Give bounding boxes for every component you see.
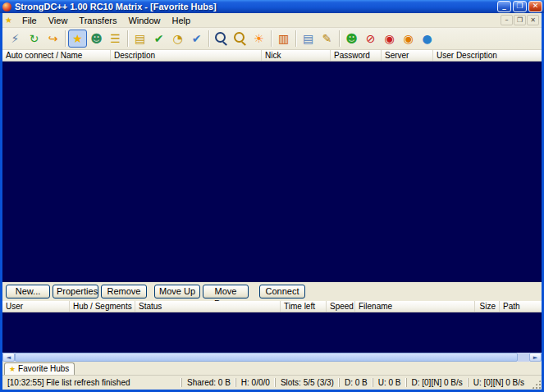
column-status[interactable]: Status xyxy=(135,301,281,312)
column-password[interactable]: Password xyxy=(331,50,382,61)
menu-window[interactable]: Window xyxy=(122,15,166,26)
column-size[interactable]: Size xyxy=(475,301,500,312)
follow-redirect-icon[interactable]: ↪ xyxy=(43,30,62,48)
mdi-minimize-button[interactable]: – xyxy=(501,15,513,25)
transfers-list[interactable] xyxy=(2,312,542,353)
search-spy-icon[interactable]: ☀ xyxy=(249,30,268,48)
child-window-icon: ★ xyxy=(5,16,12,25)
horizontal-scrollbar[interactable]: ◄ ► xyxy=(2,353,542,362)
status-shared: Shared: 0 B xyxy=(181,378,235,387)
hub-actions: New... Properties Remove Move Up Move Do… xyxy=(2,282,542,301)
menu-view[interactable]: View xyxy=(43,15,74,26)
scroll-left-icon[interactable]: ◄ xyxy=(2,353,15,362)
toolbar-separator xyxy=(65,30,66,47)
column-filename[interactable]: Filename xyxy=(355,301,475,312)
transfers-column-header: User Hub / Segments Status Time left Spe… xyxy=(2,301,542,312)
menu-file[interactable]: File xyxy=(16,15,43,26)
finished-uploads-icon[interactable]: ✔ xyxy=(187,30,206,48)
menu-help[interactable]: Help xyxy=(167,15,197,26)
menu-transfers[interactable]: Transfers xyxy=(73,15,122,26)
toolbar-separator xyxy=(208,30,209,47)
window-title: StrongDC++ 1.00 RC10 Matrix - [Favorite … xyxy=(15,2,497,11)
toolbar-separator xyxy=(271,30,272,47)
move-down-button[interactable]: Move Down xyxy=(203,285,249,299)
public-hubs-icon[interactable]: ☰ xyxy=(106,30,125,48)
scrollbar-track[interactable] xyxy=(518,353,529,362)
mdi-restore-button[interactable]: ❐ xyxy=(514,15,526,25)
window-tabbar: ★ Favorite Hubs xyxy=(2,362,542,375)
network-statistics-icon[interactable]: ▥ xyxy=(274,30,293,48)
adl-search-icon[interactable] xyxy=(231,30,249,48)
speed-limit-icon[interactable]: ◉ xyxy=(399,30,418,48)
status-download-speed[interactable]: D: [0][N] 0 B/s xyxy=(406,378,468,387)
menubar: ★ File View Transfers Window Help – ❐ ✕ xyxy=(2,13,542,28)
column-description[interactable]: Description xyxy=(111,50,262,61)
tab-favorite-hubs[interactable]: ★ Favorite Hubs xyxy=(4,362,75,375)
resize-grip[interactable] xyxy=(531,379,542,390)
app-icon xyxy=(2,2,11,11)
column-server[interactable]: Server xyxy=(382,50,433,61)
maximize-button[interactable]: ❐ xyxy=(513,1,527,12)
column-speed[interactable]: Speed xyxy=(327,301,355,312)
toolbar-separator xyxy=(295,30,296,47)
status-uploaded: U: 0 B xyxy=(373,378,406,387)
limiter-icon[interactable]: ◉ xyxy=(380,30,399,48)
finished-downloads-icon[interactable]: ✔ xyxy=(149,30,168,48)
column-hub-segments[interactable]: Hub / Segments xyxy=(70,301,135,312)
reconnect-icon[interactable]: ↻ xyxy=(25,30,43,48)
column-auto-connect-name[interactable]: Auto connect / Name xyxy=(2,50,111,61)
connect-button[interactable]: Connect xyxy=(259,285,305,299)
favorite-hubs-icon[interactable]: ★ xyxy=(68,30,87,48)
update-icon[interactable]: ● xyxy=(418,30,437,48)
search-icon[interactable] xyxy=(212,30,231,48)
open-filelist-icon[interactable]: ▤ xyxy=(299,30,318,48)
away-icon[interactable]: ☻ xyxy=(342,30,361,48)
waiting-users-icon[interactable]: ◔ xyxy=(168,30,187,48)
toolbar-separator xyxy=(127,30,128,47)
column-nick[interactable]: Nick xyxy=(262,50,331,61)
status-hub-counts: H: 0/0/0 xyxy=(235,378,275,387)
download-queue-icon[interactable]: ▤ xyxy=(130,30,149,48)
status-message: [10:32:55] File list refresh finished xyxy=(2,378,181,387)
toolbar: ⚡ ↻ ↪ ★ ☻ ☰ ▤ ✔ ◔ ✔ ☀ ▥ ▤ ✎ ☻ ⊘ ◉ ◉ xyxy=(2,28,542,50)
column-user-description[interactable]: User Description xyxy=(433,50,542,61)
tab-label: Favorite Hubs xyxy=(18,364,69,373)
favorite-users-icon[interactable]: ☻ xyxy=(87,30,106,48)
minimize-button[interactable]: _ xyxy=(497,1,511,12)
new-button[interactable]: New... xyxy=(6,285,50,299)
properties-button[interactable]: Properties xyxy=(53,285,98,299)
status-upload-speed[interactable]: U: [0][N] 0 B/s xyxy=(468,378,529,387)
toolbar-separator xyxy=(339,30,340,47)
column-user[interactable]: User xyxy=(2,301,70,312)
favorite-hubs-tab-icon: ★ xyxy=(9,365,16,373)
move-up-button[interactable]: Move Up xyxy=(154,285,200,299)
scrollbar-thumb[interactable] xyxy=(15,353,518,362)
scroll-right-icon[interactable]: ► xyxy=(529,353,542,362)
shutdown-icon[interactable]: ⊘ xyxy=(361,30,380,48)
mdi-close-button[interactable]: ✕ xyxy=(527,15,539,25)
favorite-hubs-list[interactable] xyxy=(2,62,542,282)
status-slots[interactable]: Slots: 5/5 (3/3) xyxy=(275,378,339,387)
notepad-icon[interactable]: ✎ xyxy=(318,30,336,48)
app-window: StrongDC++ 1.00 RC10 Matrix - [Favorite … xyxy=(0,0,544,392)
status-downloaded: D: 0 B xyxy=(339,378,373,387)
hubs-column-header: Auto connect / Name Description Nick Pas… xyxy=(2,50,542,62)
remove-button[interactable]: Remove xyxy=(101,285,147,299)
quick-connect-icon[interactable]: ⚡ xyxy=(6,30,25,48)
close-button[interactable]: ✕ xyxy=(528,1,542,12)
titlebar: StrongDC++ 1.00 RC10 Matrix - [Favorite … xyxy=(0,0,544,13)
column-time-left[interactable]: Time left xyxy=(281,301,327,312)
column-path[interactable]: Path xyxy=(500,301,542,312)
statusbar: [10:32:55] File list refresh finished Sh… xyxy=(2,375,542,390)
